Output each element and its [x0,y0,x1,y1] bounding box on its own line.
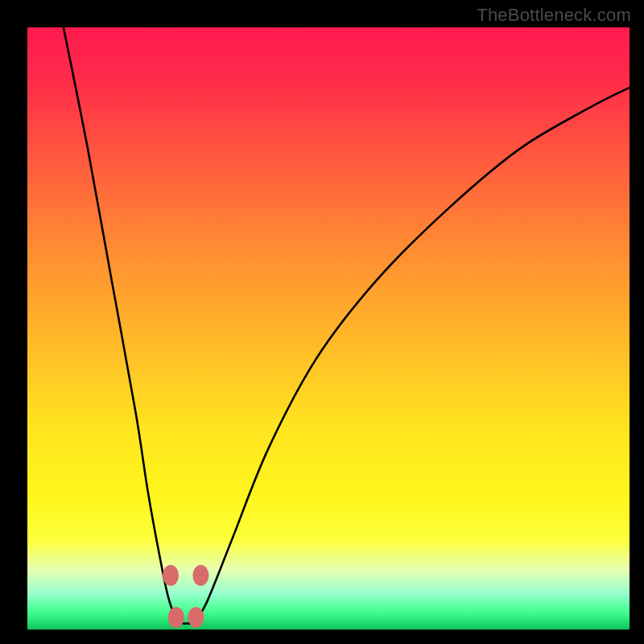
curve-marker [188,607,204,628]
plot-area [27,27,630,630]
curve-marker [168,607,184,628]
attribution-text: TheBottleneck.com [477,5,631,26]
marker-group [163,565,208,628]
curve-svg [27,27,630,630]
curve-marker [192,565,208,586]
curve-marker [163,565,179,586]
bottleneck-curve [64,27,630,624]
chart-frame: TheBottleneck.com [0,0,644,644]
